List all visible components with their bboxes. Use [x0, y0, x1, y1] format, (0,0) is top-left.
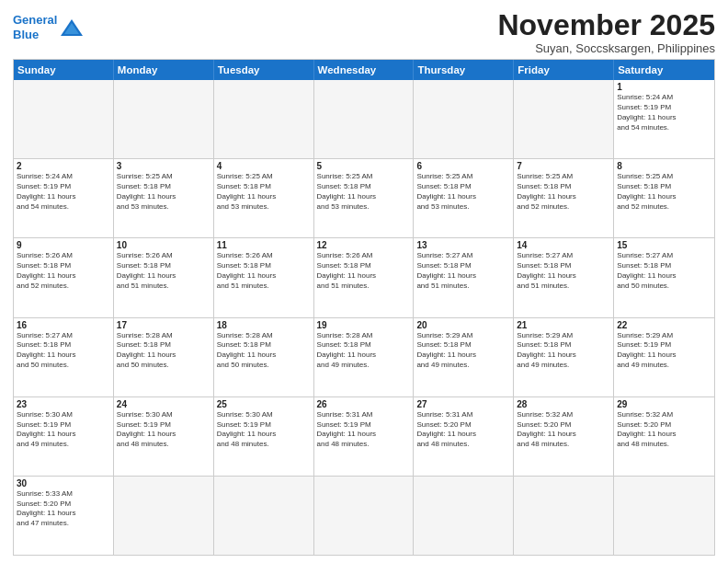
day-cell-28: 28Sunrise: 5:32 AM Sunset: 5:20 PM Dayli… [514, 397, 614, 476]
cal-row-0: 1Sunrise: 5:24 AM Sunset: 5:19 PM Daylig… [14, 80, 714, 159]
day-cell-8: 8Sunrise: 5:25 AM Sunset: 5:18 PM Daylig… [614, 159, 714, 237]
day-number-3: 3 [117, 161, 210, 171]
day-cell-10: 10Sunrise: 5:26 AM Sunset: 5:18 PM Dayli… [114, 238, 214, 316]
day-cell-18: 18Sunrise: 5:28 AM Sunset: 5:18 PM Dayli… [214, 318, 314, 396]
day-number-2: 2 [17, 161, 110, 171]
day-number-13: 13 [416, 240, 510, 250]
header-saturday: Saturday [614, 60, 714, 80]
day-cell-7: 7Sunrise: 5:25 AM Sunset: 5:18 PM Daylig… [514, 159, 614, 237]
day-number-19: 19 [317, 320, 411, 330]
day-info-17: Sunrise: 5:28 AM Sunset: 5:18 PM Dayligh… [117, 331, 210, 371]
day-number-24: 24 [117, 399, 210, 409]
day-info-7: Sunrise: 5:25 AM Sunset: 5:18 PM Dayligh… [517, 172, 610, 212]
day-info-27: Sunrise: 5:31 AM Sunset: 5:20 PM Dayligh… [416, 410, 510, 450]
day-cell-17: 17Sunrise: 5:28 AM Sunset: 5:18 PM Dayli… [114, 318, 214, 396]
day-number-9: 9 [17, 240, 110, 250]
day-info-30: Sunrise: 5:33 AM Sunset: 5:20 PM Dayligh… [17, 489, 110, 529]
day-number-15: 15 [617, 240, 711, 250]
day-cell-30: 30Sunrise: 5:33 AM Sunset: 5:20 PM Dayli… [14, 477, 114, 555]
header-sunday: Sunday [14, 60, 114, 80]
day-number-5: 5 [317, 161, 411, 171]
day-number-12: 12 [317, 240, 411, 250]
cal-row-4: 23Sunrise: 5:30 AM Sunset: 5:19 PM Dayli… [14, 397, 714, 477]
day-number-11: 11 [217, 240, 311, 250]
day-cell-21: 21Sunrise: 5:29 AM Sunset: 5:18 PM Dayli… [514, 318, 614, 396]
logo-icon [59, 17, 85, 38]
day-info-18: Sunrise: 5:28 AM Sunset: 5:18 PM Dayligh… [217, 331, 311, 371]
day-cell-1: 1Sunrise: 5:24 AM Sunset: 5:19 PM Daylig… [614, 80, 714, 158]
day-cell-9: 9Sunrise: 5:26 AM Sunset: 5:18 PM Daylig… [14, 238, 114, 316]
location: Suyan, Soccsksargen, Philippines [497, 41, 715, 55]
day-info-28: Sunrise: 5:32 AM Sunset: 5:20 PM Dayligh… [517, 410, 610, 450]
day-info-14: Sunrise: 5:27 AM Sunset: 5:18 PM Dayligh… [517, 251, 610, 291]
day-info-13: Sunrise: 5:27 AM Sunset: 5:18 PM Dayligh… [416, 251, 510, 291]
cal-row-3: 16Sunrise: 5:27 AM Sunset: 5:18 PM Dayli… [14, 318, 714, 397]
day-cell-2: 2Sunrise: 5:24 AM Sunset: 5:19 PM Daylig… [14, 159, 114, 237]
day-cell-4: 4Sunrise: 5:25 AM Sunset: 5:18 PM Daylig… [214, 159, 314, 237]
day-info-4: Sunrise: 5:25 AM Sunset: 5:18 PM Dayligh… [217, 172, 311, 212]
header-thursday: Thursday [414, 60, 514, 80]
day-cell-3: 3Sunrise: 5:25 AM Sunset: 5:18 PM Daylig… [114, 159, 214, 237]
empty-cell-0-2 [214, 80, 314, 158]
day-number-26: 26 [317, 399, 411, 409]
empty-cell-5-5 [514, 477, 614, 555]
day-number-16: 16 [17, 320, 110, 330]
day-info-19: Sunrise: 5:28 AM Sunset: 5:18 PM Dayligh… [317, 331, 411, 371]
day-cell-19: 19Sunrise: 5:28 AM Sunset: 5:18 PM Dayli… [314, 318, 415, 396]
empty-cell-0-0 [14, 80, 114, 158]
header-tuesday: Tuesday [214, 60, 314, 80]
day-number-22: 22 [617, 320, 711, 330]
cal-row-2: 9Sunrise: 5:26 AM Sunset: 5:18 PM Daylig… [14, 238, 714, 317]
empty-cell-5-2 [214, 477, 314, 555]
day-number-30: 30 [17, 478, 110, 488]
day-number-10: 10 [117, 240, 210, 250]
header: General Blue November 2025 Suyan, Soccsk… [13, 9, 715, 55]
logo-general: General [13, 13, 57, 27]
day-cell-22: 22Sunrise: 5:29 AM Sunset: 5:19 PM Dayli… [614, 318, 714, 396]
empty-cell-5-3 [314, 477, 415, 555]
day-cell-16: 16Sunrise: 5:27 AM Sunset: 5:18 PM Dayli… [14, 318, 114, 396]
day-info-21: Sunrise: 5:29 AM Sunset: 5:18 PM Dayligh… [517, 331, 610, 371]
empty-cell-5-4 [414, 477, 514, 555]
day-number-21: 21 [517, 320, 610, 330]
logo: General Blue [13, 13, 85, 41]
day-info-9: Sunrise: 5:26 AM Sunset: 5:18 PM Dayligh… [17, 251, 110, 291]
day-number-6: 6 [416, 161, 510, 171]
day-info-5: Sunrise: 5:25 AM Sunset: 5:18 PM Dayligh… [317, 172, 411, 212]
empty-cell-0-4 [414, 80, 514, 158]
day-info-15: Sunrise: 5:27 AM Sunset: 5:18 PM Dayligh… [617, 251, 711, 291]
cal-row-5: 30Sunrise: 5:33 AM Sunset: 5:20 PM Dayli… [14, 477, 714, 555]
day-info-24: Sunrise: 5:30 AM Sunset: 5:19 PM Dayligh… [117, 410, 210, 450]
title-block: November 2025 Suyan, Soccsksargen, Phili… [497, 9, 715, 55]
day-info-20: Sunrise: 5:29 AM Sunset: 5:18 PM Dayligh… [416, 331, 510, 371]
day-info-10: Sunrise: 5:26 AM Sunset: 5:18 PM Dayligh… [117, 251, 210, 291]
empty-cell-0-3 [314, 80, 415, 158]
day-cell-23: 23Sunrise: 5:30 AM Sunset: 5:19 PM Dayli… [14, 397, 114, 476]
day-cell-27: 27Sunrise: 5:31 AM Sunset: 5:20 PM Dayli… [414, 397, 514, 476]
day-number-4: 4 [217, 161, 311, 171]
day-cell-20: 20Sunrise: 5:29 AM Sunset: 5:18 PM Dayli… [414, 318, 514, 396]
day-cell-29: 29Sunrise: 5:32 AM Sunset: 5:20 PM Dayli… [614, 397, 714, 476]
day-cell-26: 26Sunrise: 5:31 AM Sunset: 5:19 PM Dayli… [314, 397, 415, 476]
day-number-7: 7 [517, 161, 610, 171]
day-info-1: Sunrise: 5:24 AM Sunset: 5:19 PM Dayligh… [617, 93, 711, 132]
day-number-25: 25 [217, 399, 311, 409]
day-number-28: 28 [517, 399, 610, 409]
page: General Blue November 2025 Suyan, Soccsk… [0, 0, 728, 563]
calendar-header: Sunday Monday Tuesday Wednesday Thursday… [14, 60, 714, 80]
day-info-26: Sunrise: 5:31 AM Sunset: 5:19 PM Dayligh… [317, 410, 411, 450]
cal-row-1: 2Sunrise: 5:24 AM Sunset: 5:19 PM Daylig… [14, 159, 714, 238]
header-monday: Monday [114, 60, 214, 80]
day-number-29: 29 [617, 399, 711, 409]
month-title: November 2025 [497, 9, 715, 41]
day-cell-6: 6Sunrise: 5:25 AM Sunset: 5:18 PM Daylig… [414, 159, 514, 237]
empty-cell-0-1 [114, 80, 214, 158]
empty-cell-5-6 [614, 477, 714, 555]
day-number-14: 14 [517, 240, 610, 250]
day-number-27: 27 [416, 399, 510, 409]
logo-text: General [13, 13, 57, 28]
day-info-25: Sunrise: 5:30 AM Sunset: 5:19 PM Dayligh… [217, 410, 311, 450]
day-number-1: 1 [617, 82, 711, 92]
day-info-29: Sunrise: 5:32 AM Sunset: 5:20 PM Dayligh… [617, 410, 711, 450]
day-info-16: Sunrise: 5:27 AM Sunset: 5:18 PM Dayligh… [17, 331, 110, 371]
